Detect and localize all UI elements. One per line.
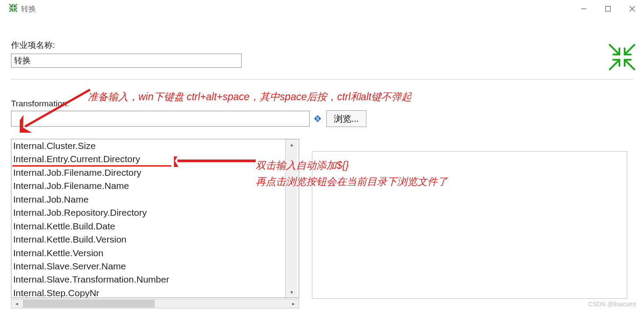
annotation-top: 准备输入，win下键盘 ctrl+alt+space，其中space后按，ctr…: [88, 90, 412, 104]
svg-text:S: S: [316, 116, 319, 121]
dropdown-item[interactable]: Internal.Step.CopyNr: [13, 287, 283, 297]
watermark: CSDN @lisacumt: [588, 301, 636, 308]
variable-icon[interactable]: S: [313, 114, 322, 123]
dropdown-item[interactable]: Internal.Job.Repository.Directory: [13, 206, 283, 219]
dropdown-item[interactable]: Internal.Kettle.Build.Date: [13, 220, 283, 233]
dropdown-item[interactable]: Internal.Job.Filename.Name: [13, 179, 283, 192]
scroll-left-icon[interactable]: ◂: [11, 301, 22, 307]
dropdown-item[interactable]: Internal.Slave.Transformation.Number: [13, 273, 283, 286]
dropdown-item[interactable]: Internal.Slave.Server.Name: [13, 260, 283, 273]
window-title: 转换: [21, 4, 36, 14]
job-item-name-label: 作业项名称:: [11, 40, 633, 51]
minimize-button[interactable]: [572, 0, 596, 18]
dropdown-item[interactable]: Internal.Cluster.Size: [13, 139, 283, 152]
job-item-name-input[interactable]: [11, 54, 242, 68]
collapse-icon[interactable]: [609, 44, 635, 72]
transformation-input-wrap: [11, 111, 310, 127]
scroll-up-icon[interactable]: ▴: [286, 139, 297, 150]
annotation-mid: 双击输入自动添加${} 再点击浏览按钮会在当前目录下浏览文件了: [256, 157, 448, 190]
dropdown-item[interactable]: Internal.Kettle.Build.Version: [13, 233, 283, 246]
scroll-right-icon[interactable]: ▸: [288, 301, 299, 307]
app-icon: [9, 4, 18, 15]
transformation-input[interactable]: [11, 111, 309, 126]
annotation-mid-line2: 再点击浏览按钮会在当前目录下浏览文件了: [256, 174, 448, 190]
dropdown-item[interactable]: Internal.Job.Filename.Directory: [13, 166, 283, 179]
scroll-down-icon[interactable]: ▾: [286, 287, 297, 297]
dropdown-item[interactable]: Internal.Job.Name: [13, 193, 283, 206]
divider: [11, 79, 633, 80]
scrollbar-thumb[interactable]: [23, 300, 155, 308]
title-bar: 转换: [0, 0, 644, 18]
annotation-mid-line1: 双击输入自动添加${}: [256, 157, 448, 174]
close-button[interactable]: [620, 0, 644, 18]
maximize-button[interactable]: [596, 0, 620, 18]
svg-rect-1: [605, 7, 610, 11]
dropdown-item[interactable]: Internal.Kettle.Version: [13, 247, 283, 260]
dropdown-list: Internal.Cluster.Size Internal.Entry.Cur…: [11, 139, 285, 297]
horizontal-scrollbar[interactable]: ◂ ▸: [11, 299, 299, 308]
dropdown-item[interactable]: Internal.Entry.Current.Directory: [13, 152, 283, 166]
browse-button[interactable]: 浏览...: [326, 110, 366, 127]
